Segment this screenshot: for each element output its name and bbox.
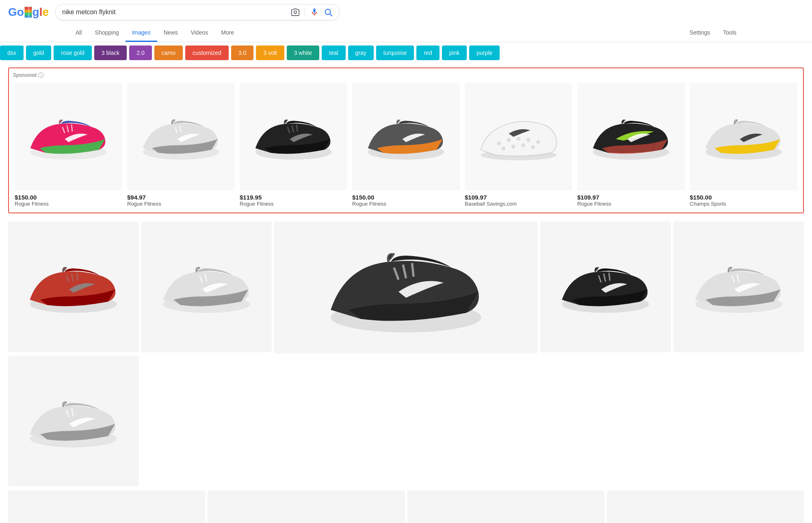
filter-chip-red[interactable]: red [416,46,439,60]
nav-settings[interactable]: Settings [683,24,717,42]
sponsored-img-0 [15,83,122,191]
header: Go gle nike metcon flyknit [0,0,812,24]
organic-item-row2-2[interactable] [407,490,604,523]
svg-point-24 [517,137,521,141]
svg-rect-4 [28,7,30,18]
organic-item-row1-4[interactable] [673,221,804,352]
svg-line-12 [71,124,72,131]
sponsored-price-0: $150.00 [15,194,122,201]
sponsored-price-6: $150.00 [690,194,797,201]
filter-chip-3-volt[interactable]: 3 volt [256,46,284,60]
sponsored-store-4: Baseball Savings.com [465,201,572,207]
svg-line-43 [412,263,414,277]
sponsored-img-3 [352,83,460,191]
sponsored-store-6: Champs Sports [690,201,797,207]
sponsored-store-5: Rogue Fitness [577,201,685,207]
nav-news[interactable]: News [157,24,184,42]
search-icons [291,8,333,17]
filter-chip-purple[interactable]: purple [469,46,500,60]
svg-point-30 [531,145,535,149]
filter-chip-pink[interactable]: pink [442,46,467,60]
filter-chip-3-white[interactable]: 3 white [287,46,319,60]
search-button[interactable] [324,8,333,17]
filter-chip-teal[interactable]: teal [322,46,346,60]
sponsored-item-6[interactable]: $150.00 Champs Sports [688,81,799,208]
sponsored-item-3[interactable]: $150.00 Rogue Fitness [351,81,461,208]
camera-search-button[interactable] [291,8,300,17]
svg-point-27 [502,147,506,151]
svg-point-29 [521,143,525,148]
sponsored-store-3: Rogue Fitness [352,201,460,207]
filter-chip-3.0[interactable]: 3.0 [231,46,253,60]
nav-bar: All Shopping Images News Videos More Set… [0,24,812,42]
sponsored-img-1 [127,83,235,191]
filter-chip-customized[interactable]: customized [185,46,229,60]
sponsored-grid: $150.00 Rogue Fitness $94.97 Rogue Fitne… [13,81,799,208]
svg-rect-5 [31,7,32,18]
organic-item-row1-2[interactable] [274,221,538,354]
sponsored-img-6 [690,83,797,191]
filter-bar: dsxgoldrose gold3 black2.0camocustomized… [0,42,812,63]
sponsored-item-2[interactable]: $119.95 Rogue Fitness [238,81,349,208]
sponsored-img-5 [577,83,685,191]
bottom-row [0,490,812,523]
sponsored-item-5[interactable]: $109.97 Rogue Fitness [576,81,686,208]
search-box[interactable]: nike metcon flyknit [55,4,340,20]
google-logo[interactable]: Go gle [8,6,49,19]
nav-more[interactable]: More [214,24,240,42]
svg-point-23 [507,138,511,142]
svg-point-6 [294,11,297,13]
sponsored-store-1: Rogue Fitness [127,201,235,207]
svg-line-19 [297,124,297,131]
filter-chip-dsx[interactable]: dsx [0,46,24,60]
sponsored-price-2: $119.95 [240,194,347,201]
organic-grid [0,217,812,490]
sponsored-price-1: $94.97 [127,194,235,201]
svg-line-8 [330,14,332,16]
filter-chip-gold[interactable]: gold [26,46,51,60]
filter-chip-3-black[interactable]: 3 black [94,46,127,60]
nav-shopping[interactable]: Shopping [89,24,126,42]
sponsored-item-1[interactable]: $94.97 Rogue Fitness [126,81,236,208]
filter-chip-gray[interactable]: gray [348,46,374,60]
organic-item-row2-3[interactable] [607,490,804,523]
sponsored-price-5: $109.97 [577,194,685,201]
svg-point-28 [511,145,515,149]
svg-line-36 [77,273,78,280]
filter-chip-2.0[interactable]: 2.0 [129,46,152,60]
filter-chip-camo[interactable]: camo [154,46,183,60]
svg-point-26 [536,140,540,144]
sponsored-store-2: Rogue Fitness [240,201,347,207]
svg-line-47 [609,273,610,280]
sponsored-item-0[interactable]: $150.00 Rogue Fitness [13,81,124,208]
svg-point-22 [497,141,501,145]
sponsored-price-3: $150.00 [352,194,460,201]
nav-all[interactable]: All [69,24,89,42]
info-icon[interactable]: i [38,72,44,78]
voice-search-button[interactable] [310,8,319,17]
sponsored-store-0: Rogue Fitness [15,201,122,207]
organic-item-row1-1[interactable] [141,221,272,352]
sponsored-section: Sponsored i $150.00 Rogue Fitness [8,67,804,213]
organic-item-row1-3[interactable] [540,221,671,352]
filter-chip-turquoise[interactable]: turquoise [376,46,414,60]
nav-images[interactable]: Images [126,24,157,42]
nav-videos[interactable]: Videos [184,24,215,42]
organic-item-row2-1[interactable] [208,490,405,523]
sponsored-price-4: $109.97 [465,194,572,201]
organic-item-row1-0[interactable] [8,221,139,352]
svg-point-25 [526,138,531,142]
organic-item-row2-0[interactable] [8,490,205,523]
sponsored-img-4 [465,83,572,191]
sponsored-item-4[interactable]: $109.97 Baseball Savings.com [463,81,574,208]
filter-chip-rose-gold[interactable]: rose gold [54,46,92,60]
search-input[interactable]: nike metcon flyknit [62,9,287,16]
nav-tools[interactable]: Tools [717,24,743,42]
sponsored-img-2 [240,83,347,191]
organic-item-row1-5[interactable] [8,356,139,487]
sponsored-label: Sponsored i [13,72,799,78]
